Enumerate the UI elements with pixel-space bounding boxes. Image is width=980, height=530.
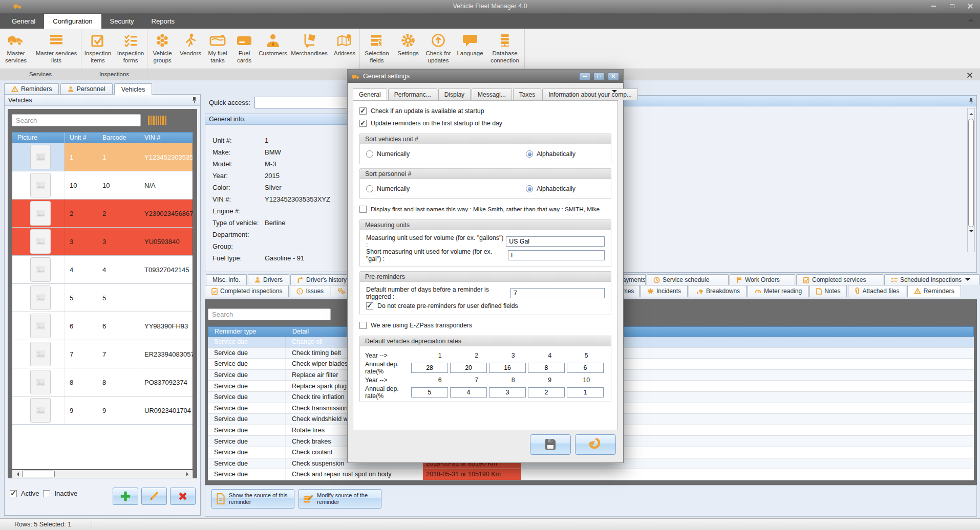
sort-personnel-numerically-radio[interactable] (366, 185, 373, 192)
scroll-up-icon[interactable] (969, 111, 973, 115)
table-row[interactable]: 10 10 N/A (12, 171, 193, 200)
delete-vehicle-button[interactable] (170, 488, 196, 505)
vehicle-search-input[interactable] (12, 114, 141, 126)
dep-rate-year3[interactable] (489, 363, 526, 373)
update-startup-checkbox[interactable] (359, 107, 367, 115)
short-volume-unit-field[interactable] (508, 250, 605, 260)
my-fuel-tanks-button[interactable]: My fuel tanks (204, 29, 231, 69)
dep-rate-year7[interactable] (450, 387, 487, 398)
tab-incidents[interactable]: Incidents (641, 285, 688, 297)
table-row[interactable]: 9 9 UR0923401704 (12, 396, 193, 425)
close-button[interactable] (964, 2, 977, 10)
collapse-ribbon-icon[interactable] (968, 18, 974, 23)
save-button[interactable] (530, 434, 571, 455)
tab-service-schedule[interactable]: Service schedule (647, 274, 729, 285)
vertical-scrollbar[interactable] (967, 108, 975, 252)
table-row[interactable]: 3 3 YU0593840 (12, 228, 193, 256)
horizontal-scrollbar[interactable] (12, 470, 193, 478)
selection-fields-button[interactable]: Selection fields (360, 29, 394, 69)
dialog-tab-company-info[interactable]: Information about your comp... (542, 89, 638, 100)
dialog-tab-general[interactable]: General (353, 89, 387, 100)
tab-issues[interactable]: Issues (290, 285, 330, 297)
tab-work-orders[interactable]: Work Orders (730, 274, 795, 285)
vendors-button[interactable]: Vendors (177, 29, 204, 69)
edit-vehicle-button[interactable] (141, 488, 167, 505)
table-row[interactable]: 1 1 Y1234523035353XYZ (12, 143, 193, 171)
sort-personnel-alphabetically-radio[interactable] (526, 185, 533, 192)
modify-source-button[interactable]: Modify source of the reminder (299, 489, 381, 509)
name-order-checkbox[interactable] (359, 206, 367, 213)
sort-vehicles-numerically-radio[interactable] (366, 150, 373, 158)
vehicle-groups-button[interactable]: Vehicle groups (147, 29, 177, 69)
dep-rate-year4[interactable] (528, 363, 565, 373)
tab-breakdowns[interactable]: Breakdowns (689, 285, 747, 297)
inspection-items-button[interactable]: Inspection items (81, 29, 114, 69)
tab-security[interactable]: Security (101, 14, 143, 29)
dep-rate-year8[interactable] (489, 387, 526, 398)
dock-tab-personnel[interactable]: Personnel (60, 83, 112, 94)
address-button[interactable]: Address (330, 29, 359, 69)
tab-configuration[interactable]: Configuration (44, 14, 101, 29)
table-row[interactable]: 7 7 ER23394083057 (12, 340, 193, 368)
inspection-forms-button[interactable]: Inspection forms (114, 29, 147, 69)
dock-tab-vehicles[interactable]: Vehicles (114, 83, 153, 95)
no-prereminders-checkbox[interactable] (366, 302, 373, 310)
dialog-tab-messaging[interactable]: Messagi... (472, 89, 512, 100)
dep-rate-year6[interactable] (411, 387, 448, 398)
dialog-tab-taxes[interactable]: Taxes (513, 89, 541, 100)
tab-reports[interactable]: Reports (143, 14, 184, 29)
column-header[interactable]: Barcode (97, 132, 139, 143)
dialog-close-button[interactable] (608, 73, 619, 80)
table-row[interactable]: 4 4 T09327042145 (12, 256, 193, 284)
active-checkbox[interactable] (10, 490, 17, 497)
settings-button[interactable]: Settings (394, 29, 422, 69)
scrollbar-thumb[interactable] (22, 471, 55, 477)
tab-completed-services[interactable]: Completed services (796, 274, 883, 285)
tab-drivers-history[interactable]: Driver's history (290, 274, 353, 285)
ezpass-checkbox[interactable] (359, 322, 367, 329)
dialog-tab-display[interactable]: Display (438, 89, 471, 100)
tab-attached-files[interactable]: Attached files (848, 285, 906, 297)
update-reminders-checkbox[interactable] (359, 120, 367, 127)
column-header[interactable]: VIN # (139, 132, 193, 143)
tab-reminders[interactable]: Reminders (907, 285, 961, 297)
reminder-days-field[interactable] (510, 288, 605, 298)
tab-overflow-icon[interactable] (965, 281, 971, 288)
dep-rate-year10[interactable] (567, 387, 604, 398)
tab-drivers[interactable]: Drivers (248, 274, 289, 285)
scroll-right-icon[interactable] (184, 470, 193, 478)
show-source-button[interactable]: Show the source of this reminder (211, 489, 294, 509)
database-connection-button[interactable]: Database connection (485, 29, 524, 69)
dep-rate-year9[interactable] (528, 387, 565, 398)
fuel-cards-button[interactable]: Fuel cards (231, 29, 257, 69)
list-item[interactable]: Service dueCheck and repair rust spot on… (208, 469, 974, 480)
master-services-lists-button[interactable]: Master services lists (32, 29, 81, 69)
undo-button[interactable] (575, 434, 616, 455)
table-row[interactable]: 5 5 (12, 284, 193, 312)
table-row[interactable]: 8 8 PO837092374 (12, 368, 193, 396)
add-vehicle-button[interactable] (113, 488, 138, 505)
master-services-button[interactable]: Master services (0, 29, 32, 69)
restore-button[interactable] (945, 2, 958, 10)
minimize-button[interactable] (927, 2, 940, 10)
dep-rate-year2[interactable] (450, 363, 487, 373)
column-header[interactable]: Picture (12, 132, 65, 143)
table-row[interactable]: 2 2 Y2390234568678 (12, 200, 193, 228)
dialog-minimize-button[interactable] (579, 73, 590, 80)
dialog-tab-performance[interactable]: Performanc... (388, 89, 437, 100)
column-header[interactable]: Unit # (65, 132, 97, 143)
column-header[interactable]: Reminder type (208, 327, 286, 336)
pin-icon[interactable] (192, 97, 197, 103)
scroll-left-icon[interactable] (12, 470, 21, 478)
dep-rate-year1[interactable] (411, 363, 448, 373)
dialog-maximize-button[interactable] (593, 73, 605, 80)
tab-completed-inspections[interactable]: Completed inspections (205, 285, 289, 297)
customers-button[interactable]: Customers (257, 29, 289, 69)
tab-general[interactable]: General (3, 14, 44, 29)
table-row[interactable]: 6 6 YY98390FH93 (12, 312, 193, 340)
tab-misc-info[interactable]: Misc. info. (206, 274, 247, 285)
volume-unit-field[interactable] (506, 236, 605, 247)
scrollbar-thumb[interactable] (968, 119, 974, 227)
pin-icon[interactable] (969, 98, 973, 104)
dock-tab-reminders[interactable]: Reminders (4, 83, 59, 94)
